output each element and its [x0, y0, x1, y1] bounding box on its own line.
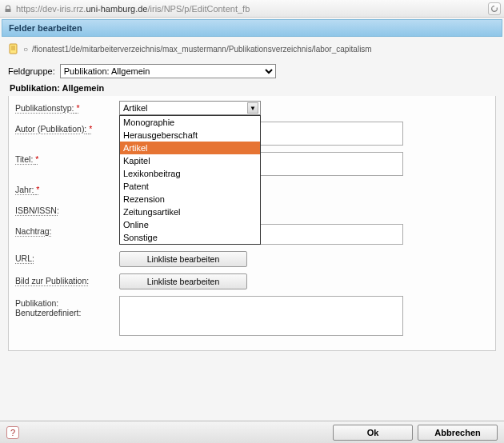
dropdown-option[interactable]: Artikel: [120, 142, 260, 154]
dropdown-option[interactable]: Herausgeberschaft: [120, 129, 260, 142]
pub-type-value: Artikel: [123, 103, 148, 113]
label-url: URL:: [15, 251, 119, 263]
bullet-icon: ○: [23, 45, 28, 54]
pub-type-dropdown: MonographieHerausgeberschaftArtikelKapit…: [119, 115, 261, 245]
document-icon: [8, 43, 19, 54]
row-userdefined: Publikation: Benutzerdefiniert:: [15, 296, 489, 336]
dropdown-option[interactable]: Lexikonbeitrag: [120, 167, 260, 180]
dropdown-option[interactable]: Zeitungsartikel: [120, 206, 260, 218]
label-userdefined: Publikation: Benutzerdefiniert:: [15, 296, 119, 317]
image-edit-button[interactable]: Linkliste bearbeiten: [119, 273, 247, 289]
svg-rect-0: [10, 44, 17, 54]
fieldgroup-row: Feldgruppe: Publikation: Allgemein: [8, 64, 496, 78]
refresh-icon[interactable]: [488, 2, 501, 15]
dropdown-option[interactable]: Kapitel: [120, 154, 260, 167]
label-pub-type: Publikationstyp: *: [15, 101, 119, 113]
row-url: URL: Linkliste bearbeiten: [15, 251, 489, 267]
label-nachtrag: Nachtrag:: [15, 224, 119, 236]
dropdown-option[interactable]: Patent: [120, 180, 260, 193]
pub-type-select[interactable]: Artikel ▼: [119, 101, 261, 115]
section-header: Publikation: Allgemein: [10, 83, 496, 93]
label-isbn: ISBN/ISSN:: [15, 203, 119, 215]
page-title: Felder bearbeiten: [2, 19, 502, 37]
browser-address-bar: https://dev-iris.rrz.uni-hamburg.de/iris…: [0, 0, 504, 18]
url-text[interactable]: https://dev-iris.rrz.uni-hamburg.de/iris…: [16, 4, 485, 14]
label-author: Autor (Publikation): *: [15, 122, 119, 134]
breadcrumb: ○ /fionatest1/de/mitarbeiterverzeichnis/…: [0, 38, 504, 59]
cancel-button[interactable]: Abbrechen: [418, 425, 498, 441]
label-title: Titel: *: [15, 152, 119, 164]
dropdown-option[interactable]: Online: [120, 218, 260, 231]
dropdown-option[interactable]: Sonstige: [120, 231, 260, 244]
dropdown-option[interactable]: Rezension: [120, 193, 260, 206]
breadcrumb-path: /fionatest1/de/mitarbeiterverzeichnis/ma…: [32, 45, 372, 54]
label-image: Bild zur Publikation:: [15, 273, 119, 285]
url-domain: uni-hamburg.de: [86, 4, 147, 14]
label-year: Jahr: *: [15, 182, 119, 194]
help-icon[interactable]: ?: [6, 426, 19, 439]
ok-button[interactable]: Ok: [333, 425, 413, 441]
url-pre: https://dev-iris.rrz.: [16, 4, 86, 14]
lock-icon: [3, 4, 13, 14]
fieldgroup-label: Feldgruppe:: [8, 66, 55, 76]
userdefined-input[interactable]: [119, 296, 403, 336]
chevron-down-icon: ▼: [247, 102, 258, 114]
form-area: Publikationstyp: * Artikel ▼ Monographie…: [8, 96, 496, 351]
row-image: Bild zur Publikation: Linkliste bearbeit…: [15, 273, 489, 289]
url-post: /iris/NPS/p/EditContent_fb: [147, 4, 250, 14]
dropdown-option[interactable]: Monographie: [120, 116, 260, 129]
row-pub-type: Publikationstyp: * Artikel ▼ Monographie…: [15, 101, 489, 115]
url-edit-button[interactable]: Linkliste bearbeiten: [119, 251, 247, 267]
footer-bar: ? Ok Abbrechen: [0, 421, 504, 443]
fieldgroup-select[interactable]: Publikation: Allgemein: [60, 64, 276, 78]
